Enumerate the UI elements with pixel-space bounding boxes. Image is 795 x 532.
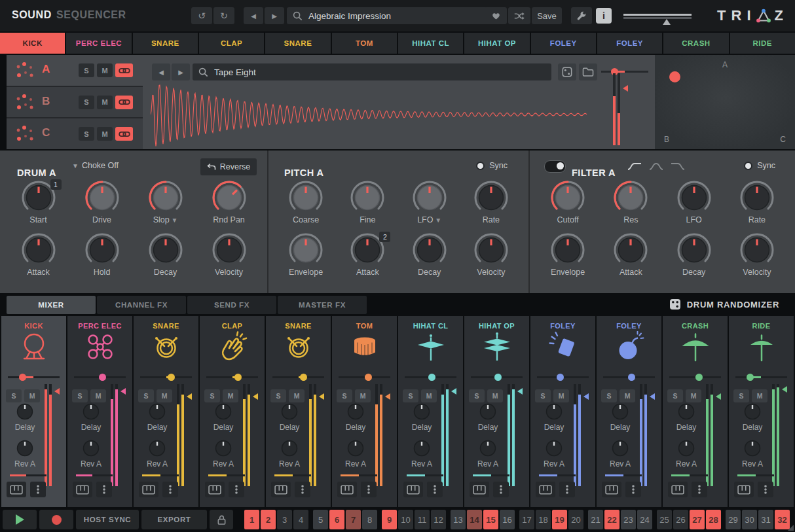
step-3[interactable]: 3 <box>277 510 292 529</box>
channel-mute-button[interactable]: M <box>289 389 305 402</box>
keyboard-mode-button[interactable] <box>205 482 225 497</box>
mixer-strip-ride[interactable]: RIDESMDelayRev A <box>729 316 794 507</box>
bandpass-filter-icon[interactable] <box>648 161 664 171</box>
tab-channel-fx[interactable]: CHANNEL FX <box>97 296 186 314</box>
channel-solo-button[interactable]: S <box>138 389 154 402</box>
tab-send-fx[interactable]: SEND FX <box>187 296 276 314</box>
channel-meter-peak-marker[interactable] <box>120 388 126 395</box>
layer-b-solo-button[interactable]: S <box>79 96 94 109</box>
host-sync-button[interactable]: HOST SYNC <box>76 510 139 529</box>
keyboard-mode-button[interactable] <box>536 482 555 497</box>
channel-delay-knob[interactable] <box>67 402 115 421</box>
knob-dial[interactable] <box>145 181 187 215</box>
channel-solo-button[interactable]: S <box>6 389 22 402</box>
channel-solo-button[interactable]: S <box>337 389 352 402</box>
master-volume-slider[interactable] <box>623 9 692 24</box>
blend-position-handle[interactable] <box>669 71 680 82</box>
channel-slider-handle[interactable] <box>19 374 26 381</box>
drum-tab-foley[interactable]: FOLEY <box>597 33 662 54</box>
channel-meter-peak-marker[interactable] <box>517 388 523 395</box>
pitch-envelope-knob[interactable]: Envelope <box>275 233 337 277</box>
drum-tab-snare[interactable]: SNARE <box>265 33 330 54</box>
knob-dial[interactable] <box>736 181 778 215</box>
channel-reverb-knob[interactable] <box>530 439 578 457</box>
channel-mute-button[interactable]: M <box>752 389 767 402</box>
keyboard-mode-button[interactable] <box>602 482 621 497</box>
channel-menu-button[interactable] <box>758 482 773 497</box>
drum-slop-knob[interactable]: Slop ▼ <box>135 181 196 224</box>
channel-menu-button[interactable] <box>427 482 443 497</box>
channel-slider-handle[interactable] <box>365 374 372 381</box>
random-preset-button[interactable] <box>508 7 530 24</box>
save-button[interactable]: Save <box>532 7 562 24</box>
knob-dial[interactable] <box>470 181 512 215</box>
step-15[interactable]: 15 <box>483 510 498 529</box>
channel-reverb-knob[interactable] <box>67 439 115 457</box>
reverse-button[interactable]: Reverse <box>200 158 257 175</box>
preset-prev-button[interactable]: ◀ <box>244 7 263 24</box>
pitch-sync-toggle[interactable]: Sync <box>476 161 508 170</box>
layer-a-solo-button[interactable]: S <box>79 63 94 77</box>
layer-blend-xy-pad[interactable]: A B C <box>655 55 795 149</box>
filter-enable-toggle[interactable] <box>544 160 566 173</box>
step-19[interactable]: 19 <box>552 510 567 529</box>
browse-folder-button[interactable] <box>579 63 597 80</box>
channel-menu-button[interactable] <box>625 482 641 497</box>
pitch-lfo-knob[interactable]: LFO ▼ <box>399 181 460 224</box>
channel-solo-button[interactable]: S <box>601 389 617 402</box>
channel-meter-peak-marker[interactable] <box>782 386 787 393</box>
channel-delay-knob[interactable] <box>332 402 379 421</box>
step-1[interactable]: 1 <box>244 510 259 529</box>
sample-next-button[interactable]: ▶ <box>172 63 190 80</box>
sample-search-field[interactable] <box>193 63 551 80</box>
layer-a-mute-button[interactable]: M <box>97 63 113 77</box>
page-title-sound[interactable]: SOUND <box>12 9 52 21</box>
drum-tab-tom[interactable]: TOM <box>332 33 397 54</box>
step-29[interactable]: 29 <box>726 510 741 529</box>
step-28[interactable]: 28 <box>706 510 721 529</box>
layer-row-b[interactable]: BSM <box>7 86 143 118</box>
knob-dial[interactable] <box>18 233 60 267</box>
knob-dial[interactable] <box>285 233 327 267</box>
knob-dial[interactable] <box>547 233 589 267</box>
drum-velocity-knob[interactable]: Velocity <box>198 233 260 277</box>
play-button[interactable] <box>3 510 37 529</box>
drum-tab-perc-elec[interactable]: PERC ELEC <box>66 33 131 54</box>
layer-c-link-button[interactable] <box>115 127 133 141</box>
filter-decay-knob[interactable]: Decay <box>663 233 725 277</box>
channel-slider-handle[interactable] <box>557 374 564 381</box>
knob-dial[interactable] <box>470 233 512 267</box>
filter-sync-toggle[interactable]: Sync <box>744 161 775 170</box>
channel-delay-knob[interactable] <box>200 402 247 421</box>
layer-c-mute-button[interactable]: M <box>97 127 113 141</box>
master-volume-handle[interactable] <box>663 19 671 25</box>
highpass-filter-icon[interactable] <box>627 161 642 171</box>
resize-handle[interactable] <box>788 525 794 531</box>
channel-mute-button[interactable]: M <box>686 389 701 402</box>
channel-menu-button[interactable] <box>96 482 112 497</box>
sample-search-input[interactable] <box>213 67 545 78</box>
filter-res-knob[interactable]: Res <box>600 181 661 224</box>
channel-menu-button[interactable] <box>692 482 707 497</box>
preset-search-field[interactable] <box>287 7 494 24</box>
layer-a-link-button[interactable] <box>115 63 133 77</box>
channel-slider-handle[interactable] <box>628 374 635 381</box>
step-17[interactable]: 17 <box>519 510 534 529</box>
random-sample-button[interactable] <box>558 63 576 80</box>
pitch-fine-knob[interactable]: Fine <box>337 181 398 224</box>
drum-tab-foley[interactable]: FOLEY <box>531 33 596 54</box>
channel-reverb-knob[interactable] <box>398 439 445 457</box>
channel-mute-button[interactable]: M <box>24 389 40 402</box>
knob-dial[interactable] <box>409 233 451 267</box>
channel-reverb-knob[interactable] <box>597 439 644 457</box>
channel-reverb-knob[interactable] <box>729 439 776 457</box>
drum-hold-knob[interactable]: Hold <box>71 233 133 277</box>
step-25[interactable]: 25 <box>657 510 672 529</box>
channel-menu-button[interactable] <box>493 482 509 497</box>
step-6[interactable]: 6 <box>329 510 344 529</box>
channel-solo-button[interactable]: S <box>733 389 749 402</box>
channel-mute-button[interactable]: M <box>619 389 635 402</box>
channel-reverb-knob[interactable] <box>663 439 710 457</box>
knob-dial[interactable] <box>208 233 250 267</box>
channel-reverb-knob[interactable] <box>464 439 511 457</box>
